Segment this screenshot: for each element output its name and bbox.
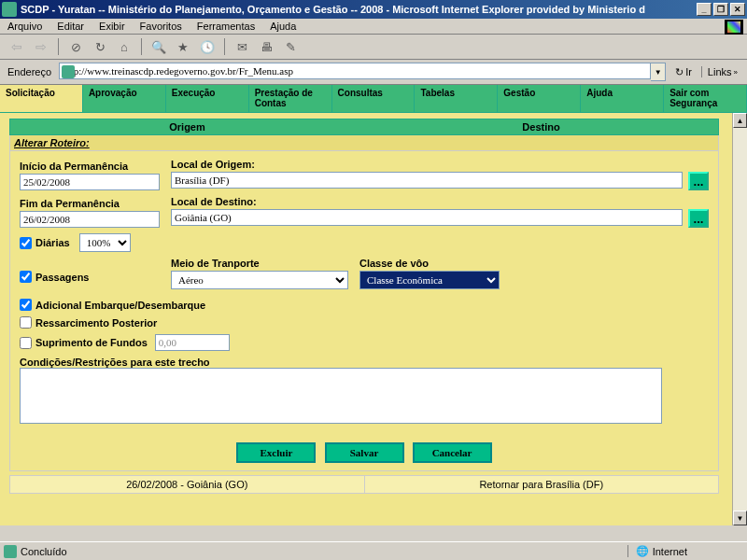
menu-editar[interactable]: Editar [57, 21, 84, 32]
favorites-button[interactable]: ★ [174, 37, 192, 56]
tab-consultas[interactable]: Consultas [332, 85, 416, 112]
page-icon [62, 65, 75, 78]
passagens-checkbox[interactable] [20, 271, 32, 283]
menu-arquivo[interactable]: Arquivo [7, 21, 42, 32]
suprimento-checkbox[interactable] [20, 337, 32, 349]
search-button[interactable]: 🔍 [149, 37, 168, 56]
status-page-icon [4, 545, 17, 558]
suprimento-label: Suprimento de Fundos [35, 337, 148, 348]
classe-label: Classe de vôo [359, 258, 500, 269]
menu-bar: Arquivo Editar Exibir Favoritos Ferramen… [0, 19, 747, 35]
globe-icon: 🌐 [636, 545, 649, 557]
diarias-select[interactable]: 100% [79, 233, 131, 252]
menu-ajuda[interactable]: Ajuda [270, 21, 296, 32]
forward-button[interactable]: ⇨ [32, 37, 50, 56]
restore-button[interactable]: ❐ [713, 3, 728, 16]
cancelar-button[interactable]: Cancelar [413, 442, 492, 463]
tab-sair[interactable]: Sair com Segurança [664, 85, 747, 112]
ressarcimento-label: Ressarcimento Posterior [35, 317, 157, 329]
window-title: SCDP - Yuratan -- Ministério do Planejam… [21, 4, 645, 15]
menu-favoritos[interactable]: Favoritos [140, 21, 182, 32]
diarias-checkbox[interactable] [20, 237, 32, 249]
minimize-button[interactable]: _ [697, 3, 712, 16]
origem-input[interactable] [171, 172, 683, 189]
url-input[interactable] [59, 63, 651, 79]
tab-solicitacao[interactable]: Solicitação [0, 85, 83, 112]
back-button[interactable]: ⇦ [7, 37, 26, 56]
origem-lookup-button[interactable]: ... [688, 172, 709, 190]
fim-label: Fim da Permanência [20, 198, 160, 209]
edit-button[interactable]: ✎ [281, 37, 300, 56]
adicional-label: Adicional Embarque/Desembarque [35, 300, 205, 311]
menu-exibir[interactable]: Exibir [99, 21, 125, 32]
footer-right[interactable]: Retornar para Brasília (DF) [365, 476, 719, 493]
address-bar: Endereço ▼ ↻Ir Links» [0, 60, 747, 85]
address-label: Endereço [4, 66, 55, 77]
status-bar: Concluído 🌐 Internet [0, 541, 747, 560]
toolbar: ⇦ ⇨ ⊘ ↻ ⌂ 🔍 ★ 🕓 ✉ 🖶 ✎ [0, 35, 747, 60]
content-area: ▲ ▼ Origem Destino Alterar Roteiro: Iníc… [0, 113, 747, 525]
go-button[interactable]: ↻Ir [669, 66, 698, 78]
inicio-label: Início da Permanência [20, 161, 160, 172]
origem-destino-header: Origem Destino [9, 119, 719, 135]
inicio-input[interactable] [20, 174, 160, 190]
header-origem[interactable]: Origem [10, 119, 364, 134]
status-text: Concluído [21, 546, 67, 557]
home-button[interactable]: ⌂ [115, 37, 134, 56]
destino-input[interactable] [171, 209, 683, 226]
condicoes-textarea[interactable] [20, 368, 662, 424]
footer-left[interactable]: 26/02/2008 - Goiânia (GO) [10, 476, 365, 493]
suprimento-input[interactable] [155, 334, 230, 351]
meio-select[interactable]: Aéreo [171, 271, 348, 289]
condicoes-label: Condições/Restrições para este trecho [20, 357, 210, 368]
title-bar: SCDP - Yuratan -- Ministério do Planejam… [0, 0, 747, 19]
destino-lookup-button[interactable]: ... [688, 209, 709, 228]
refresh-button[interactable]: ↻ [91, 37, 109, 56]
tab-gestao[interactable]: Gestão [498, 85, 581, 112]
meio-label: Meio de Tranporte [171, 258, 348, 269]
mail-button[interactable]: ✉ [233, 37, 251, 56]
url-dropdown[interactable]: ▼ [651, 63, 666, 81]
adicional-checkbox[interactable] [20, 299, 32, 311]
salvar-button[interactable]: Salvar [325, 442, 404, 463]
scroll-down-icon[interactable]: ▼ [733, 511, 747, 525]
ressarcimento-checkbox[interactable] [20, 316, 32, 329]
tab-execucao[interactable]: Execução [166, 85, 249, 112]
windows-logo-icon [725, 20, 743, 35]
print-button[interactable]: 🖶 [257, 37, 275, 56]
footer-row: 26/02/2008 - Goiânia (GO) Retornar para … [9, 475, 719, 494]
stop-button[interactable]: ⊘ [66, 37, 85, 56]
passagens-label: Passagens [35, 272, 89, 283]
tab-tabelas[interactable]: Tabelas [415, 85, 498, 112]
tab-ajuda[interactable]: Ajuda [581, 85, 664, 112]
classe-select[interactable]: Classe Econômica [359, 271, 500, 289]
destino-label: Local de Destino: [171, 196, 709, 207]
links-button[interactable]: Links» [701, 66, 743, 77]
diarias-label: Diárias [35, 237, 70, 248]
section-title: Alterar Roteiro: [9, 135, 719, 151]
nav-tabs: Solicitação Aprovação Execução Prestação… [0, 85, 747, 113]
scroll-up-icon[interactable]: ▲ [733, 113, 747, 128]
menu-ferramentas[interactable]: Ferramentas [197, 21, 255, 32]
tab-aprovacao[interactable]: Aprovação [83, 85, 166, 112]
ie-icon [2, 2, 17, 17]
history-button[interactable]: 🕓 [198, 37, 217, 56]
fim-input[interactable] [20, 211, 160, 228]
zone-text: Internet [653, 546, 687, 557]
excluir-button[interactable]: Excluir [236, 442, 316, 463]
header-destino[interactable]: Destino [364, 119, 718, 134]
scrollbar[interactable]: ▲ ▼ [732, 113, 747, 525]
close-button[interactable]: ✕ [730, 3, 745, 16]
tab-prestacao[interactable]: Prestação de Contas [249, 85, 332, 112]
origem-label: Local de Origem: [171, 159, 709, 170]
